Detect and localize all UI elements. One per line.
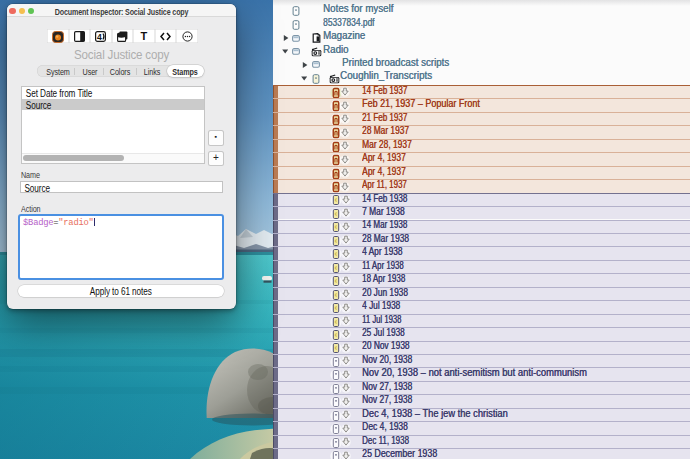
- svg-text:4: 4: [97, 32, 102, 42]
